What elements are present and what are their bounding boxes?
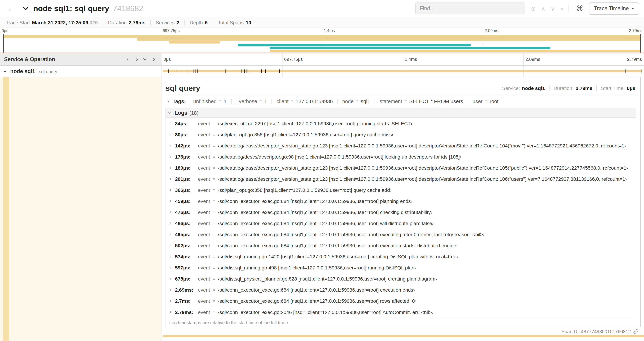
log-equals: = (212, 143, 215, 149)
find-add-icon[interactable]: ⊕ (531, 6, 536, 11)
log-entry-row[interactable]: 142μs: event = ‹sql/catalog/lease/descri… (166, 140, 636, 151)
log-chevron-right-icon (168, 233, 172, 236)
trace-title-chevron-icon[interactable] (23, 5, 28, 10)
back-button[interactable]: ← (8, 4, 16, 13)
minimap-span-bar (169, 41, 220, 44)
span-meta-label: Service: (502, 85, 520, 91)
log-entry-row[interactable]: 495μs: event = ‹sql/conn_executor_exec.g… (166, 229, 636, 240)
jaeger-trace-page: ← node sql1: sql query 7418682 ⊕ ∧ ∨ × ⌘… (0, 0, 644, 341)
expand-one-icon[interactable] (127, 59, 129, 60)
log-entry-row[interactable]: 2.7ms: event = ‹sql/conn_executor_exec.g… (166, 295, 636, 306)
trace-minimap[interactable] (0, 34, 644, 53)
log-entry-row[interactable]: 201μs: event = ‹sql/catalog/lease/descri… (166, 173, 636, 185)
next-span-bar[interactable] (162, 335, 644, 337)
log-entry-row[interactable]: 678μs: event = ‹sql/distsql_physical_pla… (166, 273, 636, 284)
log-entry-row[interactable]: 459μs: event = ‹sql/conn_executor_exec.g… (166, 196, 636, 207)
logs-list: 34μs: event = ‹sql/exec_util.go:2297 [ns… (166, 118, 636, 317)
log-entry-row[interactable]: 574μs: event = ‹sql/distsql_running.go:1… (166, 251, 636, 262)
log-entry-row[interactable]: 502μs: event = ‹sql/conn_executor_exec.g… (166, 240, 636, 251)
log-equals: = (212, 276, 215, 281)
log-equals: = (212, 187, 215, 193)
log-key-value: event = ‹sql/distsql_running.go:1420 [ns… (198, 254, 458, 259)
span-detail-title: sql query (166, 84, 498, 93)
keyboard-shortcuts-icon[interactable]: ⌘ (576, 5, 583, 12)
logs-header[interactable]: Logs (18) (166, 108, 636, 118)
minimap-right-scrubber[interactable] (640, 34, 641, 53)
log-key-value: event = ‹sql/conn_executor_exec.go:684 [… (198, 287, 415, 293)
tag-value: sql1 (361, 99, 370, 104)
deep-link-icon[interactable] (633, 329, 638, 334)
log-timestamp: 34μs: (175, 121, 198, 126)
find-clear-icon[interactable]: × (560, 6, 564, 11)
expand-all-icon[interactable] (144, 59, 146, 60)
log-key: event (198, 165, 210, 171)
log-equals: = (212, 231, 215, 237)
log-equals: = (212, 254, 215, 259)
span-meta-item: Service: node sql1 (498, 85, 549, 91)
log-entry-row[interactable]: 597μs: event = ‹sql/distsql_running.go:4… (166, 262, 636, 273)
log-chevron-right-icon (168, 211, 172, 214)
tag-value: root (490, 99, 498, 104)
log-timestamp: 142μs: (175, 143, 198, 149)
log-key-value: event = ‹sql/plan_opt.go:358 [nsql1,clie… (198, 187, 392, 193)
log-entry-row[interactable]: 80μs: event = ‹sql/plan_opt.go:358 [nsql… (166, 129, 636, 140)
log-timestamp: 2.79ms: (175, 309, 198, 315)
log-key: event (198, 287, 210, 293)
span-row-name-cell[interactable]: node sql1 sql query (0, 66, 161, 77)
span-id-row: SpanID: 4877749850101760812 (161, 327, 644, 334)
tag-value: 1 (224, 99, 226, 104)
log-timestamp: 201μs: (175, 176, 198, 182)
span-service-name: node sql1 (10, 68, 35, 75)
log-key: event (198, 154, 210, 160)
timeline-tick-label: 2.09ms (523, 57, 540, 62)
log-entry-row[interactable]: 189μs: event = ‹sql/catalog/lease/descri… (166, 162, 636, 173)
summary-value: 2.79ms (129, 20, 146, 25)
trace-summary-bar: Trace Start March 31 2022, 17:25:09 .326… (0, 17, 644, 28)
minimap-tick-label: 2.79ms (629, 29, 644, 33)
collapse-one-icon[interactable] (136, 58, 138, 61)
find-input[interactable] (415, 3, 525, 14)
span-meta-label: Start Time: (601, 85, 625, 91)
span-tags-row[interactable]: Tags: _unfinished = 1 _verbose = 1 (166, 95, 636, 108)
log-chevron-right-icon (168, 222, 172, 225)
log-entry-row[interactable]: 366μs: event = ‹sql/plan_opt.go:358 [nsq… (166, 185, 636, 196)
log-value: ‹sql/conn_executor_exec.go:684 [nsql1,cl… (218, 287, 415, 293)
topbar: ← node sql1: sql query 7418682 ⊕ ∧ ∨ × ⌘… (0, 0, 644, 17)
log-chevron-right-icon (168, 177, 172, 180)
log-entry-row[interactable]: 476μs: event = ‹sql/conn_executor_exec.g… (166, 207, 636, 218)
span-id-value: 4877749850101760812 (581, 329, 631, 334)
log-timestamp: 189μs: (175, 165, 198, 171)
log-value: ‹sql/distsql_running.go:498 [nsql1,clien… (218, 265, 416, 270)
tag-key: client (276, 99, 288, 104)
minimap-left-scrubber[interactable] (3, 34, 4, 53)
summary-label: Services (156, 20, 174, 25)
trace-id: 7418682 (113, 4, 143, 13)
trace-timeline-view-button[interactable]: Trace Timeline (589, 2, 639, 15)
find-next-icon[interactable]: ∨ (551, 6, 555, 11)
log-equals: = (212, 209, 215, 215)
log-chevron-right-icon (168, 288, 172, 291)
log-equals: = (212, 176, 215, 182)
log-key-value: event = ‹sql/distsql_running.go:498 [nsq… (198, 265, 416, 270)
log-key-value: event = ‹sql/conn_executor_exec.go:2046 … (198, 309, 434, 315)
logs-title: Logs (174, 110, 187, 116)
span-expanded-chevron-icon[interactable] (4, 69, 6, 72)
summary-item: Duration 2.79ms (103, 20, 150, 25)
span-detail-meta: Service: node sql1 Duration: 2.79ms Star… (498, 85, 636, 91)
log-entry-row[interactable]: 486μs: event = ‹sql/conn_executor_exec.g… (166, 218, 636, 229)
log-entry-row[interactable]: 34μs: event = ‹sql/exec_util.go:2297 [ns… (166, 118, 636, 129)
log-entry-row[interactable]: 2.69ms: event = ‹sql/conn_executor_exec.… (166, 284, 636, 295)
summary-item: Services 2 (150, 20, 184, 25)
log-chevron-right-icon (168, 299, 172, 302)
summary-item: Depth 6 (184, 20, 212, 25)
span-duration-bar[interactable] (162, 70, 642, 72)
log-key-value: event = ‹sql/conn_executor_exec.go:684 [… (198, 298, 416, 304)
log-equals: = (212, 165, 215, 171)
collapse-all-icon[interactable] (152, 58, 154, 61)
log-key: event (198, 198, 210, 204)
logs-chevron-down-icon (168, 111, 172, 114)
find-prev-icon[interactable]: ∧ (541, 6, 545, 11)
log-value: ‹sql/plan_opt.go:358 [nsql1,client=127.0… (218, 132, 393, 137)
log-entry-row[interactable]: 2.79ms: event = ‹sql/conn_executor_exec.… (166, 306, 636, 318)
log-entry-row[interactable]: 176μs: event = ‹sql/catalog/descs/descri… (166, 151, 636, 162)
